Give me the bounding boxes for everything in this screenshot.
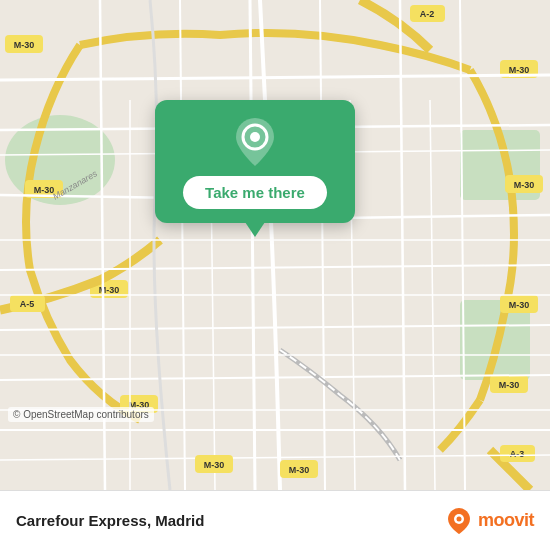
place-name: Carrefour Express, Madrid	[16, 512, 204, 529]
svg-text:A-5: A-5	[20, 299, 35, 309]
moovit-logo-icon	[444, 506, 474, 536]
bottom-bar: Carrefour Express, Madrid moovit	[0, 490, 550, 550]
map-container: M-30 M-30 M-30 M-30 M-30 M-30 M-30 M-30 …	[0, 0, 550, 490]
svg-text:A-2: A-2	[420, 9, 435, 19]
map-attribution: © OpenStreetMap contributors	[8, 407, 154, 422]
place-info: Carrefour Express, Madrid	[16, 512, 204, 529]
moovit-logo-text: moovit	[478, 510, 534, 531]
svg-text:M-30: M-30	[514, 180, 535, 190]
moovit-logo: moovit	[444, 506, 534, 536]
svg-point-59	[456, 516, 461, 521]
location-pin-icon	[233, 116, 277, 168]
svg-text:A-3: A-3	[510, 449, 525, 459]
popup-card: Take me there	[155, 100, 355, 223]
svg-text:M-30: M-30	[509, 65, 530, 75]
svg-text:M-30: M-30	[204, 460, 225, 470]
svg-text:M-30: M-30	[289, 465, 310, 475]
location-icon-wrap	[231, 118, 279, 166]
take-me-button[interactable]: Take me there	[183, 176, 327, 209]
svg-text:M-30: M-30	[14, 40, 35, 50]
svg-text:M-30: M-30	[509, 300, 530, 310]
svg-point-57	[250, 132, 260, 142]
svg-text:M-30: M-30	[499, 380, 520, 390]
